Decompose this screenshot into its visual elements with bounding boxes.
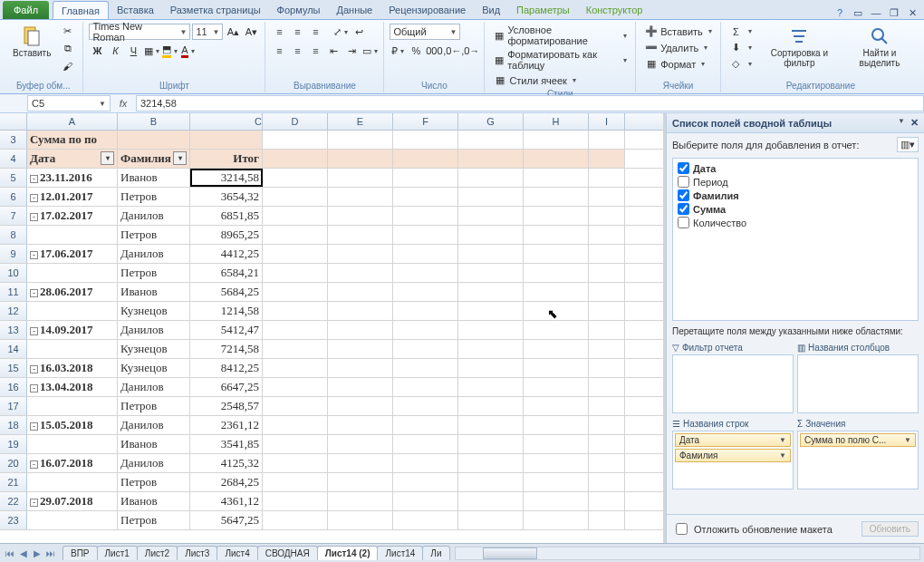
cell[interactable]: Петров [118,264,190,282]
tab-page-layout[interactable]: Разметка страницы [162,1,269,19]
cell[interactable] [27,340,118,358]
cell[interactable] [524,340,589,358]
cell[interactable]: 5684,25 [190,283,263,301]
tab-pivot-design[interactable]: Конструктор [578,1,651,19]
increase-indent-button[interactable]: ⇥ [343,43,360,59]
cell[interactable]: Иванов [118,169,190,187]
cell[interactable] [328,435,393,453]
cell[interactable] [263,302,328,320]
cell[interactable] [328,264,393,282]
field-item[interactable]: Сумма [676,202,915,216]
row-header[interactable]: 3 [0,131,27,149]
cell[interactable] [263,169,328,187]
inc-decimal-button[interactable]: ,0← [444,43,460,59]
cell[interactable] [524,226,589,244]
cell[interactable] [589,511,625,529]
table-row[interactable]: 14Кузнецов7214,58 [0,340,663,359]
cell[interactable] [263,131,328,149]
cell[interactable] [27,264,118,282]
collapse-icon[interactable]: - [30,499,38,507]
cell[interactable] [589,378,625,396]
help-icon[interactable]: ? [833,6,846,19]
collapse-icon[interactable]: - [30,289,38,297]
font-size-combo[interactable]: 11▼ [192,24,223,40]
sheet-tab[interactable]: СВОДНАЯ [257,546,318,560]
area-row-labels[interactable]: ☰Названия строк Дата▼Фамилия▼ [672,417,794,489]
cell[interactable] [589,359,625,377]
cell[interactable] [524,131,589,149]
cell[interactable] [328,378,393,396]
cell[interactable]: -15.05.2018 [27,416,118,434]
cell[interactable]: Данилов [118,416,190,434]
cell[interactable] [524,302,589,320]
cell[interactable] [393,340,458,358]
copy-button[interactable]: ⧉ [58,41,77,56]
tab-review[interactable]: Рецензирование [380,1,474,19]
cell[interactable]: Иванов [118,435,190,453]
cell[interactable] [328,188,393,206]
col-header[interactable]: C [190,113,263,130]
row-header[interactable]: 23 [0,511,27,529]
sheet-tab[interactable]: Лист4 [217,546,257,560]
cell[interactable]: Данилов [118,207,190,225]
font-name-combo[interactable]: Times New Roman▼ [89,24,190,40]
cell[interactable] [263,435,328,453]
cell[interactable] [393,283,458,301]
close-icon[interactable]: ✕ [906,6,919,19]
cell[interactable] [458,492,524,510]
collapse-icon[interactable]: - [30,327,38,335]
cell[interactable] [524,321,589,339]
minimize-icon[interactable]: — [870,6,882,19]
cell[interactable] [458,378,524,396]
cell[interactable] [458,207,524,225]
cell[interactable]: Петров [118,226,190,244]
area-values[interactable]: ΣЗначения Сумма по полю С...▼ [797,417,919,489]
cell[interactable] [589,340,625,358]
bold-button[interactable]: Ж [89,43,105,59]
cell[interactable] [328,169,393,187]
chevron-down-icon[interactable]: ▼ [898,117,905,129]
cell[interactable]: Кузнецов [118,359,190,377]
cell[interactable] [589,454,625,472]
table-row[interactable]: 18-15.05.2018Данилов2361,12 [0,416,663,435]
cell[interactable] [524,169,589,187]
cell[interactable]: 5412,47 [190,321,263,339]
table-row[interactable]: 21Петров2684,25 [0,473,663,492]
cell[interactable] [393,492,458,510]
table-row[interactable]: 10Петров6584,21 [0,264,663,283]
col-header[interactable]: A [27,113,118,130]
merge-button[interactable]: ▭▾ [361,43,378,59]
cell[interactable] [263,492,328,510]
collapse-icon[interactable]: - [30,422,38,431]
table-row[interactable]: 4Дата▾Фамилия▾Итог [0,150,663,169]
cell[interactable]: 5647,25 [190,511,263,529]
scrollbar-thumb[interactable] [483,547,537,559]
cell[interactable] [458,511,524,529]
table-row[interactable]: 23Петров5647,25 [0,511,663,530]
cell[interactable] [393,397,458,415]
cell[interactable]: Петров [118,188,190,206]
spreadsheet-grid[interactable]: A B C D E F G H I 3Сумма по по4Дата▾Фами… [0,113,666,543]
cell[interactable]: 8965,25 [190,226,263,244]
cell[interactable]: 4361,12 [190,492,263,510]
cell[interactable]: -17.06.2017 [27,245,118,263]
font-color-button[interactable]: A▾ [179,43,196,59]
cell[interactable]: 4412,25 [190,245,263,263]
field-checkbox[interactable] [678,189,689,201]
cell[interactable] [393,150,458,168]
shrink-font-button[interactable]: A▾ [243,24,259,40]
cell[interactable]: 2361,12 [190,416,263,434]
cell[interactable]: 2684,25 [190,473,263,491]
fx-icon[interactable]: fx [116,98,130,109]
cell[interactable] [458,169,524,187]
cell[interactable] [524,511,589,529]
field-item[interactable]: Период [676,175,915,189]
cell[interactable] [589,397,625,415]
area-column-labels[interactable]: ▥Названия столбцов [797,341,919,413]
cell[interactable] [393,207,458,225]
cell[interactable] [458,416,524,434]
cell[interactable] [589,131,625,149]
cell[interactable] [589,321,625,339]
align-bottom-button[interactable]: ≡ [307,24,323,40]
area-field-item[interactable]: Фамилия▼ [675,449,791,462]
